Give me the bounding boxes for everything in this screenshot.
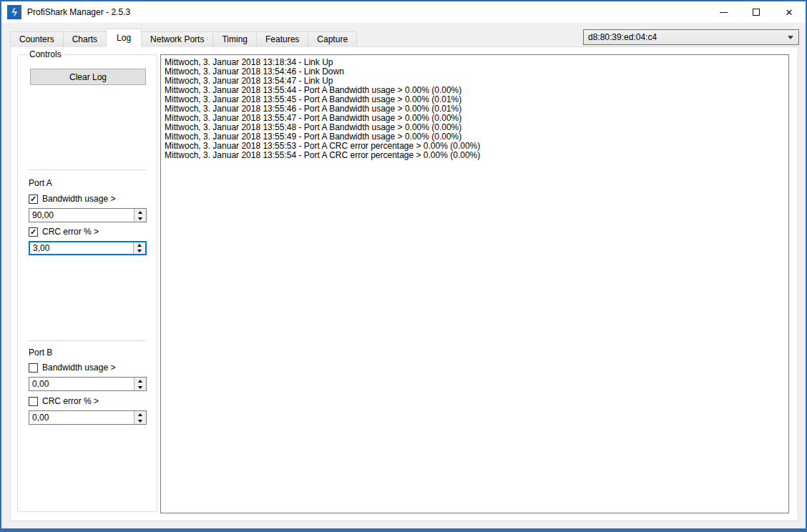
port-a-divider [29,169,147,170]
maximize-icon [753,9,760,16]
port-a-bandwidth-checkbox[interactable]: ✓ [29,194,38,204]
spinner-down-icon [138,217,142,220]
port-a-bandwidth-input[interactable] [29,209,134,222]
clear-log-button[interactable]: Clear Log [30,69,146,85]
controls-groupbox: Controls Clear Log Port A ✓ Bandwidth us… [17,54,157,512]
port-b-label: Port B [29,348,52,358]
port-a-crc-checkbox[interactable]: ✓ [29,227,38,237]
port-b-bandwidth-spinbox [29,377,147,391]
close-button[interactable]: ✕ [773,1,806,23]
port-a-bandwidth-spin-buttons [134,209,146,222]
port-a-bandwidth-spinbox [29,208,147,222]
profishark-logo-icon: ϟ [7,5,21,19]
close-icon: ✕ [786,7,793,18]
device-dropdown[interactable]: d8:80:39:ed:04:c4 [583,29,799,45]
spinner-up-button[interactable] [134,378,146,384]
log-line: Mittwoch, 3. Januar 2018 13:55:54 - Port… [165,151,787,160]
port-b-bandwidth-spin-buttons [134,378,146,390]
tab-bar: Counters Charts Log Network Ports Timing… [10,29,356,47]
log-output[interactable]: Mittwoch, 3. Januar 2018 13:18:34 - Link… [160,54,789,513]
controls-group-label: Controls [26,49,64,59]
minimize-button[interactable] [707,1,740,23]
tab-network-ports[interactable]: Network Ports [141,31,213,47]
port-b-bandwidth-input[interactable] [29,378,134,390]
port-b-crc-checkbox[interactable] [29,397,38,406]
device-dropdown-value: d8:80:39:ed:04:c4 [588,32,657,42]
minimize-icon [720,12,728,13]
tab-capture[interactable]: Capture [308,31,357,47]
spinner-up-button[interactable] [134,209,146,215]
spinner-down-icon [138,386,142,389]
port-b-crc-checkbox-row: CRC error % > [29,396,99,406]
port-b-crc-spin-buttons [134,411,146,424]
port-a-crc-input[interactable] [30,242,134,254]
port-b-divider [29,340,147,341]
port-a-crc-spin-buttons [133,242,145,254]
port-a-crc-label: CRC error % > [42,227,99,237]
port-b-bandwidth-checkbox[interactable] [29,363,38,373]
port-a-label: Port A [29,178,52,188]
app-window: ϟ ProfiShark Manager - 2.5.3 ✕ Counters … [0,0,807,532]
port-b-bandwidth-checkbox-row: Bandwidth usage > [29,363,115,373]
tab-log[interactable]: Log [106,29,142,47]
chevron-down-icon [788,36,793,39]
spinner-up-button[interactable] [134,242,145,248]
spinner-down-button[interactable] [134,215,146,222]
spinner-down-button[interactable] [134,384,146,390]
spinner-up-button[interactable] [134,411,146,418]
window-title: ProfiShark Manager - 2.5.3 [27,1,130,23]
spinner-up-icon [138,380,142,383]
port-a-bandwidth-label: Bandwidth usage > [42,194,115,204]
port-a-crc-checkbox-row: ✓ CRC error % > [29,227,99,237]
spinner-down-button[interactable] [134,248,145,254]
tab-features[interactable]: Features [256,31,308,47]
spinner-up-icon [137,244,142,247]
tab-counters[interactable]: Counters [10,31,64,47]
port-a-crc-spinbox [29,241,147,255]
port-b-bandwidth-label: Bandwidth usage > [42,363,115,373]
tab-charts[interactable]: Charts [63,31,107,47]
port-b-crc-spinbox [29,410,147,425]
maximize-button[interactable] [740,1,773,23]
title-bar[interactable]: ϟ ProfiShark Manager - 2.5.3 ✕ [1,1,806,23]
spinner-up-icon [138,413,142,416]
port-b-crc-label: CRC error % > [42,396,99,406]
spinner-down-button[interactable] [134,418,146,424]
spinner-up-icon [138,211,142,214]
port-a-bandwidth-checkbox-row: ✓ Bandwidth usage > [29,194,115,204]
tab-timing[interactable]: Timing [212,31,257,47]
port-b-crc-input[interactable] [29,411,134,424]
spinner-down-icon [137,250,142,252]
spinner-down-icon [138,420,142,423]
